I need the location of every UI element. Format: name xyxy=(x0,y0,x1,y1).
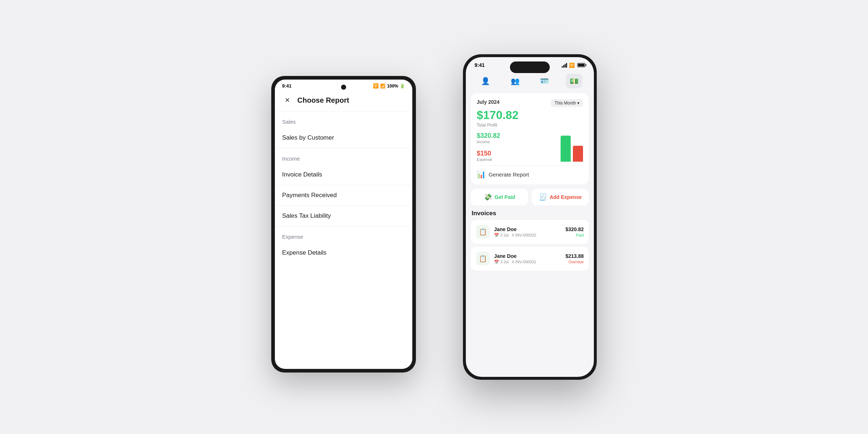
iphone-status-icons: 🛜 xyxy=(562,63,585,68)
android-header: ✕ Choose Report xyxy=(275,91,412,111)
get-paid-button[interactable]: 💸 Get Paid xyxy=(471,189,528,205)
expense-stat: $150 Expense xyxy=(477,150,561,162)
income-stat: $320.82 Income xyxy=(477,132,561,144)
expense-bar xyxy=(573,146,583,162)
invoice-icon-0: 📋 xyxy=(476,225,490,239)
invoice-status-1: Overdue xyxy=(565,260,584,264)
signal-icon: 📶 xyxy=(380,84,386,89)
section-header-income: Income xyxy=(275,148,412,165)
invoice-card-0[interactable]: 📋 Jane Doe 📅 3 Jul # INV-000032 $320.82 xyxy=(471,220,589,244)
invoice-details-1: Jane Doe 📅 3 Jul # INV-000031 xyxy=(494,253,561,264)
card-header: July 2024 This Month ▾ xyxy=(477,99,583,107)
invoice-right-0: $320.82 Paid xyxy=(565,226,584,237)
invoice-status-0: Paid xyxy=(565,233,584,237)
report-item-expense-details[interactable]: Expense Details xyxy=(275,243,412,263)
report-item-invoice-details[interactable]: Invoice Details xyxy=(275,165,412,185)
expense-label: Expense xyxy=(477,157,561,162)
battery-label: 100% xyxy=(387,84,398,89)
screen-title: Choose Report xyxy=(297,96,349,105)
iphone-battery-icon xyxy=(577,63,585,67)
android-phone: 9:41 🛜 📶 100% 🔋 ✕ Choose Report Sales xyxy=(271,76,416,373)
report-item-sales-tax-liability[interactable]: Sales Tax Liability xyxy=(275,206,412,226)
card-stats-row: $320.82 Income $150 Expense xyxy=(477,132,583,162)
get-paid-icon: 💸 xyxy=(484,193,492,201)
tab-customers[interactable]: 👥 xyxy=(507,74,523,88)
invoice-date-1: 3 Jul xyxy=(500,260,509,264)
iphone-time: 9:41 xyxy=(475,62,485,68)
bar-chart xyxy=(561,133,583,162)
invoice-num-1: INV-000031 xyxy=(515,260,536,264)
invoice-date-icon-0: 📅 xyxy=(494,233,500,237)
profit-label: Total Profit xyxy=(477,123,583,128)
iphone-screen: 9:41 🛜 xyxy=(466,57,594,377)
wifi-icon: 🛜 xyxy=(373,83,379,89)
invoice-amount-1: $213.88 xyxy=(565,253,584,259)
stats-left: $320.82 Income $150 Expense xyxy=(477,132,561,162)
invoice-amount-0: $320.82 xyxy=(565,226,584,232)
invoice-right-1: $213.88 Overdue xyxy=(565,253,584,264)
card-month: July 2024 xyxy=(477,99,499,105)
invoice-icon-1: 📋 xyxy=(476,252,490,265)
invoice-details-0: Jane Doe 📅 3 Jul # INV-000032 xyxy=(494,226,561,238)
income-bar xyxy=(561,136,571,162)
section-header-sales: Sales xyxy=(275,111,412,128)
invoice-card-1[interactable]: 📋 Jane Doe 📅 3 Jul # INV-000031 $213.88 xyxy=(471,247,589,271)
invoice-meta-0: 📅 3 Jul # INV-000032 xyxy=(494,233,561,238)
battery-fill xyxy=(578,64,584,67)
invoices-section: Invoices 📋 Jane Doe 📅 3 Jul # INV-000032 xyxy=(471,210,589,271)
iphone: 9:41 🛜 xyxy=(463,54,597,380)
android-status-icons: 🛜 📶 100% 🔋 xyxy=(373,83,405,89)
expense-amount: $150 xyxy=(477,150,561,157)
report-item-sales-by-customer[interactable]: Sales by Customer xyxy=(275,128,412,148)
invoice-meta-1: 📅 3 Jul # INV-000031 xyxy=(494,260,561,264)
android-time: 9:41 xyxy=(282,83,292,89)
invoices-icon: 🪪 xyxy=(540,77,549,85)
get-paid-label: Get Paid xyxy=(495,194,515,200)
report-item-payments-received[interactable]: Payments Received xyxy=(275,185,412,206)
iphone-content: 👤 👥 🪪 💵 July 2024 Th xyxy=(466,71,594,271)
invoice-num-0: INV-000032 xyxy=(515,233,536,237)
payments-icon: 💵 xyxy=(570,77,579,85)
generate-report-icon: 📊 xyxy=(477,170,486,179)
scene: 9:41 🛜 📶 100% 🔋 ✕ Choose Report Sales xyxy=(271,54,597,380)
dashboard-card: July 2024 This Month ▾ $170.82 Total Pro… xyxy=(471,93,589,184)
invoice-name-0: Jane Doe xyxy=(494,226,561,232)
android-report-list: Sales Sales by Customer Income Invoice D… xyxy=(275,111,412,263)
android-camera xyxy=(341,85,346,90)
tab-invoices[interactable]: 🪪 xyxy=(536,74,553,88)
generate-report-label: Generate Report xyxy=(489,171,529,178)
profit-amount: $170.82 xyxy=(477,109,583,122)
dynamic-island xyxy=(510,61,550,73)
tab-profile[interactable]: 👤 xyxy=(477,74,494,88)
tab-payments[interactable]: 💵 xyxy=(566,74,582,88)
invoice-date-icon-1: 📅 xyxy=(494,260,500,264)
add-expense-button[interactable]: 🧾 Add Expense xyxy=(532,189,589,205)
android-screen: 9:41 🛜 📶 100% 🔋 ✕ Choose Report Sales xyxy=(275,80,412,369)
invoices-title: Invoices xyxy=(471,210,589,217)
income-label: Income xyxy=(477,140,561,144)
iphone-wifi-icon: 🛜 xyxy=(569,63,575,68)
add-expense-icon: 🧾 xyxy=(539,193,547,201)
add-expense-label: Add Expense xyxy=(550,194,582,200)
profile-icon: 👤 xyxy=(481,77,490,85)
period-selector[interactable]: This Month ▾ xyxy=(551,99,583,107)
close-button[interactable]: ✕ xyxy=(282,95,292,105)
invoice-date-0: 3 Jul xyxy=(500,233,509,237)
tab-bar: 👤 👥 🪪 💵 xyxy=(471,71,589,91)
customers-icon: 👥 xyxy=(511,77,520,85)
invoice-name-1: Jane Doe xyxy=(494,253,561,259)
income-amount: $320.82 xyxy=(477,132,561,140)
battery-icon: 🔋 xyxy=(400,84,405,89)
signal-bars xyxy=(562,63,567,68)
section-header-expense: Expense xyxy=(275,226,412,243)
action-buttons-row: 💸 Get Paid 🧾 Add Expense xyxy=(471,189,589,205)
generate-report-button[interactable]: 📊 Generate Report xyxy=(477,165,583,179)
